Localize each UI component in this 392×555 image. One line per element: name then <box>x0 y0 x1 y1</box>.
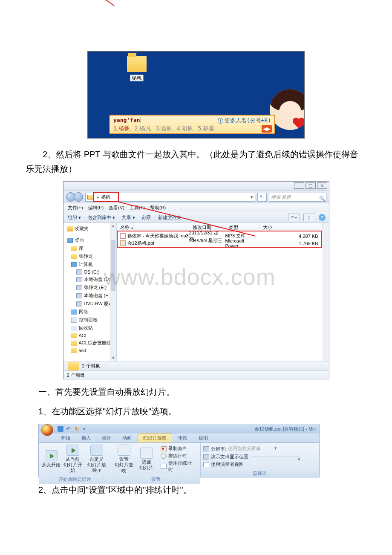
setup-icon <box>118 445 130 456</box>
tab-view[interactable]: 视图 <box>193 434 213 442</box>
quick-access-toolbar: ↶ ↻ ▾ 会12杨帆.ppt [兼容模式] - Mic <box>39 424 319 434</box>
tab-home[interactable]: 开始 <box>56 434 75 442</box>
refresh-button[interactable]: ↻ <box>257 193 267 202</box>
ribbon-group-start-show: 从头开始 从当前 幻灯片开始 自定义 幻灯片放映 ▾ 开始放映幻灯片 <box>39 443 111 477</box>
menu-bar[interactable]: 文件(F) 编辑(E) 查看(V) 工具(T) 帮助(H) <box>63 203 329 212</box>
screenshot-ppt-ribbon: ↶ ↻ ▾ 会12杨帆.ppt [兼容模式] - Mic 开始 插入 设计 动画… <box>38 424 320 477</box>
tb-share[interactable]: 共享 ▾ <box>122 214 135 221</box>
sidebar-item[interactable]: 桌面 <box>75 237 84 243</box>
paragraph-step-1-1: 1、在功能区选择"幻灯片放映"选项。 <box>38 404 366 419</box>
filepane-scrollbar[interactable] <box>323 223 329 361</box>
view-mode-button[interactable]: ≣ ▾ <box>288 214 300 221</box>
ime-candidates[interactable]: 1.杨帆 2.杨凡 3.扬帆 4.阳帆 5.杨蕃 <box>113 125 217 133</box>
sidebar-item[interactable]: 控制面板 <box>79 317 98 323</box>
ribbon-group-setup: 设置 幻灯片放映 隐藏 幻灯片 录制旁白 排练计时 使用排练计时 设置 <box>111 443 201 477</box>
section-heading-1: 一、首先要先设置自动播放幻灯片。 <box>38 384 366 399</box>
sidebar-item[interactable]: 库 <box>79 245 84 251</box>
tab-animation[interactable]: 动画 <box>117 434 137 442</box>
from-current-button[interactable]: 从当前 幻灯片开始 <box>63 445 82 474</box>
tab-review[interactable]: 审阅 <box>173 434 193 442</box>
nav-forward-button[interactable] <box>74 192 83 202</box>
undo-icon[interactable]: ↶ <box>66 426 72 432</box>
ribbon-group-monitors: 分辨率: 使用当前分辨率▾ 演示文稿显示位置: ▾ 使用演示者视图 监视器 <box>201 443 319 477</box>
display-on-row[interactable]: 演示文稿显示位置: ▾ <box>203 454 304 460</box>
menu-view[interactable]: 查看(V) <box>109 205 124 211</box>
tab-insert[interactable]: 插入 <box>76 434 96 442</box>
favorites-header[interactable]: 收藏夹 <box>75 225 89 232</box>
ribbon-group-label: 设置 <box>111 475 200 484</box>
redo-icon[interactable]: ↻ <box>75 426 81 432</box>
folder-icon <box>68 362 79 370</box>
desktop-icon <box>67 238 73 243</box>
menu-edit[interactable]: 编辑(E) <box>88 205 104 211</box>
screenshot-desktop-ime: 杨帆 yang'fan i更多人名(分号+R) 1.杨帆 2.杨凡 3.扬帆 4… <box>87 51 305 139</box>
checkbox-icon <box>161 464 167 469</box>
play-icon <box>45 450 58 461</box>
office-button[interactable] <box>40 424 55 434</box>
search-input[interactable]: 搜索 杨帆 🔍 <box>269 193 326 202</box>
folder-icon <box>127 56 147 72</box>
address-bar-row: ▸ 杨帆 ▾ ↻ 搜索 杨帆 🔍 <box>63 191 329 203</box>
screenshot-explorer: — ▢ ✕ ▸ 杨帆 ▾ ↻ 搜索 杨帆 🔍 文件(F) 编辑(E) 查看(V)… <box>63 181 329 379</box>
presenter-view-checkbox[interactable]: 使用演示者视图 <box>203 461 247 468</box>
desktop-folder[interactable]: 杨帆 <box>124 56 149 82</box>
breadcrumb-path[interactable]: ▸ 杨帆 ▾ <box>85 193 255 202</box>
tab-design[interactable]: 设计 <box>97 434 116 442</box>
rehearse-timings-button[interactable]: 排练计时 <box>161 453 196 459</box>
nav-sidebar: 收藏夹 桌面 库 张静龙 计算机 OS (C:) 本地磁盘 (D:) 张静龙 (… <box>63 223 117 361</box>
search-icon: 🔍 <box>319 194 324 199</box>
status-bar: 2 个项目 <box>63 370 329 379</box>
sidebar-item[interactable]: 本地磁盘 (F:) <box>84 292 111 299</box>
ime-popup: yang'fan i更多人名(分号+R) 1.杨帆 2.杨凡 3.扬帆 4.阳帆… <box>109 115 275 134</box>
checkbox-icon <box>203 462 209 467</box>
watermark-text: www.bdocx.com <box>104 263 276 290</box>
sidebar-item[interactable]: asd <box>79 348 86 353</box>
tab-slideshow[interactable]: 幻灯片放映 <box>138 433 172 442</box>
ribbon-tabs: 开始 插入 设计 动画 幻灯片放映 审阅 视图 <box>39 434 319 443</box>
red-annotation-arrow <box>104 0 115 6</box>
window-title: 会12杨帆.ppt [兼容模式] - Mic <box>254 426 316 432</box>
menu-file[interactable]: 文件(F) <box>68 205 83 211</box>
favorites-icon <box>67 226 73 231</box>
red-highlight-path <box>94 193 118 201</box>
custom-show-icon <box>90 445 103 456</box>
ime-more-hint: i更多人名(分号+R) <box>218 117 271 124</box>
record-narration-button[interactable]: 录制旁白 <box>161 445 196 452</box>
close-button[interactable]: ✕ <box>317 182 327 189</box>
monitor-icon <box>203 446 209 451</box>
use-timings-checkbox[interactable]: 使用排练计时 <box>161 460 196 473</box>
folder-icon <box>87 195 93 199</box>
sidebar-item[interactable]: OS (C:) <box>84 269 100 275</box>
hide-slide-button[interactable]: 隐藏 幻灯片 <box>136 448 156 471</box>
preview-pane-button[interactable]: ▯ <box>303 214 315 221</box>
sidebar-item[interactable]: 计算机 <box>79 261 93 268</box>
paragraph-step-2: 2、然后将 PPT 与歌曲文件一起放入其中。（此处是为了避免后续的错误操作使得音… <box>26 147 366 176</box>
tb-organize[interactable]: 组织 ▾ <box>68 214 81 221</box>
ime-input-text: yang'fan <box>113 117 141 124</box>
hide-slide-icon <box>140 448 153 459</box>
minimize-button[interactable]: — <box>294 182 304 189</box>
sidebar-item[interactable]: 张静龙 <box>79 253 93 260</box>
sidebar-scrollbar[interactable]: ▴▾ <box>110 223 116 361</box>
resolution-row[interactable]: 分辨率: 使用当前分辨率▾ <box>203 445 280 452</box>
setup-slideshow-button[interactable]: 设置 幻灯片放映 <box>114 445 134 474</box>
from-beginning-button[interactable]: 从头开始 <box>41 450 61 468</box>
sidebar-item[interactable]: 回收站 <box>79 325 93 331</box>
play-icon <box>66 445 79 456</box>
monitor-icon <box>203 454 209 460</box>
ime-page-arrows[interactable]: ◀▶ <box>262 125 272 133</box>
sidebar-item[interactable]: 张静龙 (E:) <box>84 284 107 291</box>
save-icon[interactable] <box>58 426 63 432</box>
tb-burn[interactable]: 刻录 <box>142 214 151 221</box>
paragraph-step-2-2: 2、点击中间"设置"区域中的"排练计时"。 <box>38 483 366 497</box>
sidebar-item[interactable]: 网络 <box>79 309 88 315</box>
custom-show-button[interactable]: 自定义 幻灯片放映 ▾ <box>85 445 108 474</box>
file-list-pane: 名称▲ 修改日期 类型 大小 蔡依林 - 今天你要嫁给我.mp3 2011/12… <box>117 223 329 361</box>
ribbon-group-label: 开始放映幻灯片 <box>39 475 111 484</box>
maximize-button[interactable]: ▢ <box>306 182 316 189</box>
sidebar-item[interactable]: ACL <box>79 333 88 338</box>
help-button[interactable]: ? <box>319 214 326 221</box>
details-pane: 2 个对象 <box>63 361 329 370</box>
tb-include-lib[interactable]: 包含到库中 ▾ <box>88 214 115 221</box>
window-titlebar: — ▢ ✕ <box>63 182 329 191</box>
